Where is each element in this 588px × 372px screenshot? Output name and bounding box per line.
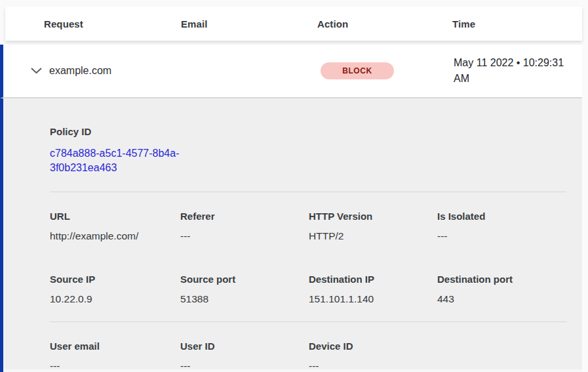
field-value: http://example.com/ (50, 230, 180, 242)
chevron-down-icon (31, 68, 42, 74)
field-value: 151.101.1.140 (309, 293, 437, 305)
field-label: HTTP Version (309, 211, 437, 222)
column-header-time: Time (452, 18, 582, 30)
column-header-email: Email (181, 18, 317, 30)
policy-id-link[interactable]: c784a888-a5c1-4577-8b4a-3f0b231ea463 (50, 146, 201, 175)
action-block-badge: BLOCK (321, 62, 394, 79)
field-value: 10.22.0.9 (50, 293, 180, 305)
field-label: Source IP (50, 274, 180, 285)
log-table-row[interactable]: example.com BLOCK May 11 2022 • 10:29:31… (0, 45, 582, 98)
gateway-log-page: Request Email Action Time example.com BL… (0, 0, 588, 372)
field-http-version: HTTP VersionHTTP/2 (309, 211, 437, 242)
field-label: Device ID (309, 341, 437, 352)
field-label: Destination IP (309, 274, 437, 285)
request-details-grid: URLhttp://example.com/Referer---HTTP Ver… (50, 211, 566, 305)
policy-id-label: Policy ID (50, 126, 566, 137)
user-details-grid: User email---User ID---Device ID--- (50, 341, 566, 372)
section-divider (50, 192, 566, 192)
field-value: --- (180, 230, 309, 242)
field-value: 51388 (180, 293, 309, 305)
field-destination-ip: Destination IP151.101.1.140 (309, 274, 437, 305)
field-label: Referer (180, 211, 309, 222)
field-source-port: Source port51388 (180, 274, 309, 305)
column-header-request: Request (44, 18, 181, 30)
field-label: User email (50, 341, 180, 352)
field-source-ip: Source IP10.22.0.9 (50, 274, 180, 305)
field-user-id: User ID--- (180, 341, 309, 372)
field-label: Destination port (437, 274, 566, 285)
field-value: 443 (437, 293, 566, 305)
field-referer: Referer--- (180, 211, 309, 242)
row-request-value: example.com (49, 65, 111, 77)
column-header-action: Action (317, 18, 452, 30)
expand-collapse-button[interactable] (28, 63, 44, 79)
field-label: User ID (180, 341, 309, 352)
next-row-edge (3, 369, 582, 372)
field-url: URLhttp://example.com/ (50, 211, 180, 242)
field-destination-port: Destination port443 (437, 274, 566, 305)
field-label: Is Isolated (437, 211, 566, 222)
field-label: Source port (180, 274, 309, 285)
section-divider (50, 321, 566, 322)
field-value: --- (437, 230, 566, 242)
field-value: HTTP/2 (309, 230, 437, 242)
field-user-email: User email--- (50, 341, 180, 372)
field-is-isolated: Is Isolated--- (437, 211, 566, 242)
row-time-value: May 11 2022 • 10:29:31 AM (454, 55, 576, 87)
table-header: Request Email Action Time (5, 7, 582, 41)
field-label: URL (50, 211, 180, 222)
field-device-id: Device ID--- (309, 341, 437, 372)
row-detail-panel: Policy ID c784a888-a5c1-4577-8b4a-3f0b23… (0, 98, 582, 372)
